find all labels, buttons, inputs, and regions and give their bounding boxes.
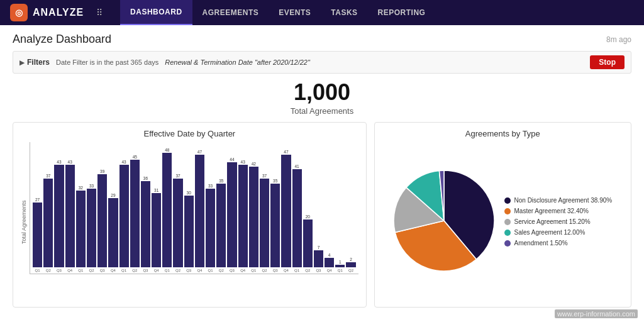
legend-dot bbox=[504, 230, 511, 236]
stop-button[interactable]: Stop bbox=[590, 55, 625, 69]
bar bbox=[227, 162, 236, 267]
bar-group: 2Q2 bbox=[346, 257, 355, 272]
bar bbox=[260, 179, 269, 267]
bar-group: 7Q3 bbox=[314, 245, 323, 272]
bar-group: 43Q4 bbox=[238, 160, 248, 272]
legend-item: Service Agreement 15.20% bbox=[504, 218, 613, 225]
bar-group: 35Q2 bbox=[216, 179, 226, 272]
bar bbox=[76, 191, 86, 267]
bar-label-bottom: Q4 bbox=[154, 269, 159, 272]
bar-label-top: 47 bbox=[284, 150, 288, 154]
bar-label-bottom: Q4 bbox=[197, 269, 202, 272]
nav-item-tasks[interactable]: TASKS bbox=[321, 0, 367, 25]
bar-label-top: 47 bbox=[197, 150, 202, 154]
bar bbox=[292, 169, 302, 267]
filter-left: ▶ Filters Date Filter is in the past 365… bbox=[19, 58, 310, 67]
bar-label-top: 43 bbox=[68, 160, 72, 164]
bar-chart-box: Effective Date by Quarter Total Agreemen… bbox=[13, 122, 367, 308]
bar-group: 41Q1 bbox=[292, 164, 302, 272]
bar-label-top: 2 bbox=[350, 257, 352, 262]
bar bbox=[141, 181, 150, 267]
filter-toggle[interactable]: ▶ Filters bbox=[19, 58, 50, 67]
bar bbox=[325, 258, 334, 267]
bar-label-top: 45 bbox=[133, 155, 137, 159]
y-axis-label: Total Agreements bbox=[21, 142, 27, 302]
nav-item-agreements[interactable]: AGREEMENTS bbox=[192, 0, 269, 25]
bars-container: 27Q137Q243Q343Q432Q133Q239Q329Q443Q145Q2… bbox=[30, 142, 358, 274]
bar-group: 37Q2 bbox=[260, 174, 269, 272]
bar-group: 32Q1 bbox=[76, 186, 86, 272]
pie-chart-title: Agreements by Type bbox=[382, 129, 623, 138]
bar-label-bottom: Q2 bbox=[219, 269, 224, 272]
bar-group: 31Q4 bbox=[152, 188, 161, 272]
bar-label-bottom: Q1 bbox=[208, 269, 213, 272]
pie-svg-wrap bbox=[394, 170, 494, 274]
bar bbox=[303, 219, 313, 267]
bar-label-top: 37 bbox=[262, 174, 267, 178]
bar-label-bottom: Q2 bbox=[262, 269, 267, 272]
bar bbox=[173, 179, 182, 267]
bar-label-bottom: Q4 bbox=[327, 269, 332, 272]
bar bbox=[152, 193, 161, 267]
bar-group: 37Q2 bbox=[173, 174, 182, 272]
bar bbox=[216, 184, 226, 267]
pie-chart-area: Non Disclosure Agreement 38.90%Master Ag… bbox=[382, 142, 623, 302]
bar-label-top: 33 bbox=[208, 184, 213, 188]
legend-label: Service Agreement 15.20% bbox=[514, 218, 591, 225]
pie-svg bbox=[394, 170, 494, 271]
bar bbox=[314, 250, 323, 267]
page-title: Analyze Dashboard bbox=[13, 33, 111, 46]
filter-bar: ▶ Filters Date Filter is in the past 365… bbox=[13, 51, 631, 74]
bar-group: 42Q1 bbox=[249, 162, 258, 272]
bar-label-bottom: Q2 bbox=[305, 269, 310, 272]
grid-icon[interactable]: ⠿ bbox=[96, 8, 103, 18]
bar bbox=[33, 203, 42, 267]
bar-label-bottom: Q2 bbox=[132, 269, 137, 272]
bar-label-bottom: Q1 bbox=[35, 269, 40, 272]
legend-label: Non Disclosure Agreement 38.90% bbox=[514, 197, 613, 204]
nav-item-dashboard[interactable]: DASHBOARD bbox=[120, 0, 192, 25]
legend-item: Sales Agreement 12.00% bbox=[504, 229, 613, 236]
bar-label-bottom: Q4 bbox=[284, 269, 289, 272]
bar-label-top: 44 bbox=[230, 157, 234, 162]
bar-label-bottom: Q3 bbox=[186, 269, 191, 272]
bar-group: 37Q2 bbox=[43, 174, 53, 272]
legend-label: Amendment 1.50% bbox=[514, 240, 568, 247]
bar-group: 47Q4 bbox=[281, 150, 291, 272]
page-header: Analyze Dashboard 8m ago bbox=[13, 33, 631, 46]
legend-item: Master Agreement 32.40% bbox=[504, 208, 613, 214]
bar-label-top: 37 bbox=[175, 174, 180, 178]
filter-text: Date Filter is in the past 365 days bbox=[56, 58, 158, 66]
top-navigation: ◎ ANALYZE ⠿ DASHBOARD AGREEMENTS EVENTS … bbox=[0, 0, 644, 25]
bar bbox=[130, 160, 140, 267]
bar bbox=[108, 198, 118, 267]
bar-group: 27Q1 bbox=[33, 197, 42, 272]
pie-chart-box: Agreements by Type Non Disclosure Agreem… bbox=[374, 122, 631, 308]
nav-item-events[interactable]: EVENTS bbox=[269, 0, 321, 25]
total-label: Total Agreements bbox=[13, 106, 631, 116]
bar-label-top: 35 bbox=[273, 179, 277, 183]
bar-group: 43Q3 bbox=[54, 160, 64, 272]
brand-icon: ◎ bbox=[10, 4, 28, 21]
bar bbox=[270, 184, 280, 267]
bar-label-top: 33 bbox=[89, 184, 94, 188]
bar-label-top: 7 bbox=[318, 245, 320, 250]
bar bbox=[335, 265, 345, 267]
bar-group: 36Q3 bbox=[141, 176, 150, 272]
bar bbox=[119, 165, 129, 267]
total-number: 1,000 bbox=[13, 80, 631, 105]
bar bbox=[346, 262, 355, 267]
nav-item-reporting[interactable]: REPORTING bbox=[368, 0, 436, 25]
total-agreements-section: 1,000 Total Agreements bbox=[13, 80, 631, 116]
bar-group: 30Q3 bbox=[184, 191, 194, 272]
bar-group: 47Q4 bbox=[195, 150, 204, 272]
bar-label-bottom: Q3 bbox=[100, 269, 105, 272]
bar-label-top: 20 bbox=[306, 214, 310, 219]
bar-label-top: 31 bbox=[154, 188, 158, 192]
brand-name: ANALYZE bbox=[33, 7, 84, 18]
bar-label-bottom: Q1 bbox=[165, 269, 170, 272]
filter-highlight: Renewal & Termination Date "after 2020/1… bbox=[165, 58, 310, 66]
bar-label-bottom: Q2 bbox=[348, 269, 353, 272]
bar-group: 33Q2 bbox=[87, 184, 96, 272]
bar-label-top: 29 bbox=[111, 193, 115, 197]
